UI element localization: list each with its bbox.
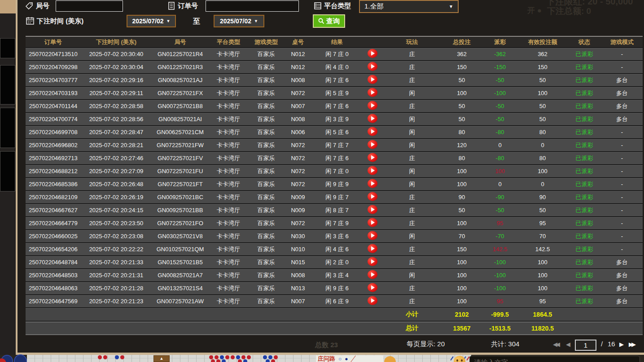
screen: 乚 下注限红: 20 - 50,000 开 ● 下注总额: 0 总数 23 局号… [0, 0, 644, 362]
bead-dot [268, 355, 272, 359]
play-video-icon[interactable] [368, 114, 377, 123]
column-header: 结果 [312, 38, 362, 46]
table-row: 2507022046853862025-07-02 20:26:48GN0722… [26, 178, 643, 191]
column-header: 平台类型 [209, 38, 248, 46]
play-video-icon[interactable] [368, 140, 377, 149]
bead-dot [271, 359, 275, 362]
dim-count-text: 总数 23 [315, 341, 338, 349]
circle-filled-icon: ● [345, 356, 348, 362]
search-icon [318, 18, 324, 24]
per-page-label: 每页显示: 20 [407, 340, 445, 349]
play-video-icon[interactable] [368, 257, 377, 266]
player-avatar [14, 354, 27, 362]
column-header: 玩法 [382, 38, 442, 46]
background-sidebar-button [0, 65, 15, 105]
play-video-icon[interactable] [368, 205, 377, 214]
order-list-icon [167, 1, 176, 10]
date-to-value: 2025/07/02 [220, 17, 251, 25]
road-legend-label: 庄问路 [318, 355, 335, 362]
calendar-icon [26, 16, 35, 25]
bead-dot [243, 359, 247, 362]
bead-dot [225, 355, 229, 359]
table-row: 2507022046600252025-07-02 20:23:08GN0302… [26, 230, 643, 243]
bead-dot [211, 359, 215, 362]
chat-input[interactable] [469, 356, 640, 362]
circle-outline-icon: ○ [338, 356, 342, 362]
bead-dot [241, 355, 245, 359]
play-video-icon[interactable] [368, 153, 377, 162]
play-video-icon[interactable] [368, 127, 377, 136]
first-page-icon[interactable]: ◀◀ [553, 341, 558, 348]
grand-total-total-bet: 13567 [442, 325, 482, 332]
last-page-icon[interactable]: ▶▶ [629, 341, 634, 348]
table-header-row: 订单号下注时间 (美东)局号平台类型游戏类型桌号结果玩法总投注派彩有效投注额状态… [26, 36, 643, 48]
bead-dot [222, 359, 226, 362]
page-number-input[interactable]: 1 [575, 340, 596, 351]
order-number-input[interactable] [206, 0, 299, 12]
dim-bet-total-text: 下注总额: 0 [547, 5, 591, 17]
subtotal-total-bet: 2102 [442, 311, 482, 318]
total-count-label: 共计: 304 [491, 340, 519, 349]
table-row: 2507022047031932025-07-02 20:29:11GN0722… [26, 87, 643, 100]
column-header: 订单号 [26, 38, 81, 46]
bead-dot [115, 355, 119, 359]
order-number-label: 订单号 [178, 2, 198, 10]
bead-dot [220, 355, 224, 359]
table-row: 2507022046882122025-07-02 20:27:09GN0722… [26, 165, 643, 178]
bet-time-label: 下注时间 (美东) [37, 17, 83, 26]
play-video-icon[interactable] [368, 283, 377, 292]
table-row: 2507022046676272025-07-02 20:24:15GN0092… [26, 204, 643, 217]
search-button[interactable]: 查询 [313, 14, 345, 28]
column-header: 下注时间 (美东) [81, 38, 152, 46]
play-video-icon[interactable] [368, 218, 377, 227]
play-video-icon[interactable] [368, 270, 377, 279]
play-video-icon[interactable] [368, 166, 377, 175]
date-from-picker[interactable]: 2025/07/02 ▼ [127, 15, 176, 27]
background-sidebar-button [0, 151, 15, 192]
play-video-icon[interactable] [368, 192, 377, 201]
grand-total-label: 总计 [382, 324, 442, 332]
dim-toggle-text: 开 ● [527, 5, 542, 16]
column-header: 派彩 [482, 38, 518, 46]
platform-select[interactable]: 1.全部 ▼ [359, 0, 459, 13]
column-header: 总投注 [442, 38, 482, 46]
platform-select-value: 1.全部 [364, 2, 384, 11]
table-row: 2507022046485032025-07-02 20:21:31GN0082… [26, 269, 643, 282]
road-legend: 庄问路 ○ ● ╱ [316, 355, 383, 362]
background-sidebar-button: 乚 [0, 38, 15, 58]
date-to-picker[interactable]: 2025/07/02 ▼ [214, 15, 264, 27]
table-row: 2507022046647792025-07-02 20:23:50GN0722… [26, 217, 643, 230]
next-page-icon[interactable]: ▶ [619, 341, 624, 348]
table-row: 2507022046927132025-07-02 20:27:46GN0722… [26, 152, 643, 165]
subtotal-row: 小计 2102 -999.5 1864.5 [26, 308, 643, 322]
play-video-icon[interactable] [368, 49, 377, 58]
bead-dot [209, 355, 213, 359]
page-separator: / [601, 340, 603, 348]
bead-dot [238, 359, 242, 362]
subtotal-valid-bet: 1864.5 [518, 311, 567, 318]
play-video-icon[interactable] [368, 179, 377, 188]
grand-total-row: 总计 13567 -1513.5 11820.5 [26, 322, 643, 335]
bet-records-modal: 下注限红: 20 - 50,000 开 ● 下注总额: 0 总数 23 局号 订… [18, 0, 644, 353]
play-video-icon[interactable] [368, 75, 377, 84]
table-row: 2507022047135102025-07-02 20:30:40GN0122… [26, 48, 643, 61]
play-video-icon[interactable] [368, 231, 377, 240]
platform-type-label: 平台类型 [324, 2, 351, 10]
play-video-icon[interactable] [368, 62, 377, 71]
table-row: 2507022046968022025-07-02 20:28:21GN0722… [26, 139, 643, 152]
background-sidebar-button [0, 108, 15, 148]
round-number-input[interactable] [56, 0, 123, 12]
play-video-icon[interactable] [368, 296, 377, 305]
play-video-icon[interactable] [368, 101, 377, 110]
column-header: 状态 [567, 38, 601, 46]
chevron-down-icon: ▼ [449, 4, 453, 9]
slash-icon: ╱ [351, 356, 355, 362]
prev-page-icon[interactable]: ◀ [566, 341, 570, 348]
table-row: 2507022047007742025-07-02 20:28:56GN0082… [26, 113, 643, 126]
round-number-label: 局号 [36, 2, 49, 10]
table-row: 2507022046480632025-07-02 20:21:28GN0132… [26, 282, 643, 295]
bead-dot [216, 359, 220, 362]
play-video-icon[interactable] [368, 244, 377, 253]
road-stroke [450, 356, 453, 360]
play-video-icon[interactable] [368, 88, 377, 97]
